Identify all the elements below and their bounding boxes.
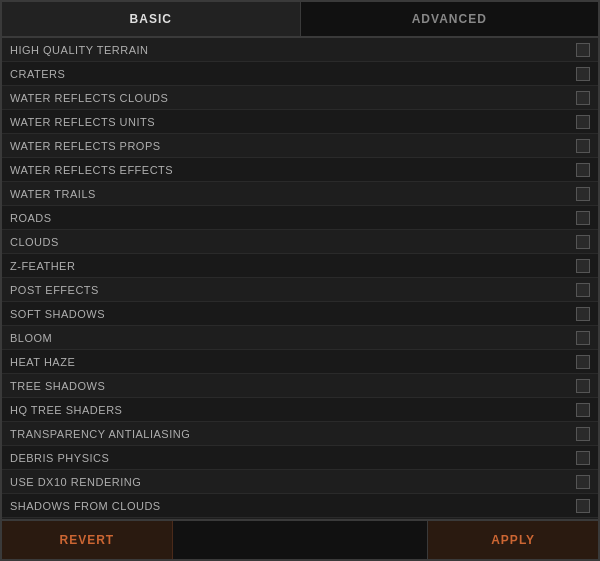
setting-row-tree-shadows: TREE SHADOWS — [2, 374, 598, 398]
setting-checkbox-water-reflects-units[interactable] — [576, 115, 590, 129]
tab-advanced[interactable]: ADVANCED — [301, 2, 599, 36]
setting-label-tree-shadows: TREE SHADOWS — [10, 380, 346, 392]
setting-checkbox-shadows-from-clouds[interactable] — [576, 499, 590, 513]
setting-checkbox-craters[interactable] — [576, 67, 590, 81]
setting-row-use-dx10-rendering: USE DX10 RENDERING — [2, 470, 598, 494]
setting-checkbox-soft-shadows[interactable] — [576, 307, 590, 321]
footer: REVERT APPLY — [2, 519, 598, 559]
setting-label-water-reflects-effects: WATER REFLECTS EFFECTS — [10, 164, 346, 176]
setting-label-soft-shadows: SOFT SHADOWS — [10, 308, 346, 320]
setting-row-heat-haze: HEAT HAZE — [2, 350, 598, 374]
setting-checkbox-water-trails[interactable] — [576, 187, 590, 201]
setting-label-water-reflects-units: WATER REFLECTS UNITS — [10, 116, 346, 128]
setting-row-debris-physics: DEBRIS PHYSICS — [2, 446, 598, 470]
setting-label-water-reflects-clouds: WATER REFLECTS CLOUDS — [10, 92, 346, 104]
setting-row-soft-shadows: SOFT SHADOWS — [2, 302, 598, 326]
tab-header: BASIC ADVANCED — [2, 2, 598, 38]
settings-list: HIGH QUALITY TERRAINCRATERSWATER REFLECT… — [2, 38, 598, 519]
setting-label-heat-haze: HEAT HAZE — [10, 356, 346, 368]
setting-row-shadows-from-clouds: SHADOWS FROM CLOUDS — [2, 494, 598, 518]
setting-checkbox-high-quality-terrain[interactable] — [576, 43, 590, 57]
tab-basic[interactable]: BASIC — [2, 2, 301, 36]
setting-row-post-effects: POST EFFECTS — [2, 278, 598, 302]
apply-button[interactable]: APPLY — [428, 521, 598, 559]
setting-checkbox-hq-tree-shaders[interactable] — [576, 403, 590, 417]
setting-label-transparency-antialiasing: TRANSPARENCY ANTIALIASING — [10, 428, 346, 440]
setting-label-bloom: BLOOM — [10, 332, 346, 344]
setting-checkbox-bloom[interactable] — [576, 331, 590, 345]
setting-label-z-feather: Z-FEATHER — [10, 260, 346, 272]
setting-checkbox-transparency-antialiasing[interactable] — [576, 427, 590, 441]
setting-label-craters: CRATERS — [10, 68, 346, 80]
setting-row-hq-tree-shaders: HQ TREE SHADERS — [2, 398, 598, 422]
setting-row-z-feather: Z-FEATHER — [2, 254, 598, 278]
setting-label-clouds: CLOUDS — [10, 236, 346, 248]
setting-row-water-reflects-clouds: WATER REFLECTS CLOUDS — [2, 86, 598, 110]
setting-row-transparency-antialiasing: TRANSPARENCY ANTIALIASING — [2, 422, 598, 446]
setting-row-water-reflects-props: WATER REFLECTS PROPS — [2, 134, 598, 158]
setting-checkbox-post-effects[interactable] — [576, 283, 590, 297]
setting-row-high-quality-terrain: HIGH QUALITY TERRAIN — [2, 38, 598, 62]
setting-checkbox-water-reflects-props[interactable] — [576, 139, 590, 153]
setting-label-water-reflects-props: WATER REFLECTS PROPS — [10, 140, 346, 152]
main-container: BASIC ADVANCED HIGH QUALITY TERRAINCRATE… — [0, 0, 600, 561]
setting-row-bloom: BLOOM — [2, 326, 598, 350]
setting-row-roads: ROADS — [2, 206, 598, 230]
setting-checkbox-z-feather[interactable] — [576, 259, 590, 273]
setting-checkbox-water-reflects-clouds[interactable] — [576, 91, 590, 105]
setting-label-post-effects: POST EFFECTS — [10, 284, 346, 296]
setting-row-water-trails: WATER TRAILS — [2, 182, 598, 206]
setting-checkbox-water-reflects-effects[interactable] — [576, 163, 590, 177]
content-area: HIGH QUALITY TERRAINCRATERSWATER REFLECT… — [2, 38, 598, 519]
setting-checkbox-clouds[interactable] — [576, 235, 590, 249]
setting-checkbox-heat-haze[interactable] — [576, 355, 590, 369]
footer-spacer — [173, 521, 429, 559]
setting-label-shadows-from-clouds: SHADOWS FROM CLOUDS — [10, 500, 346, 512]
setting-row-water-reflects-effects: WATER REFLECTS EFFECTS — [2, 158, 598, 182]
setting-label-debris-physics: DEBRIS PHYSICS — [10, 452, 346, 464]
setting-row-clouds: CLOUDS — [2, 230, 598, 254]
revert-button[interactable]: REVERT — [2, 521, 173, 559]
setting-checkbox-use-dx10-rendering[interactable] — [576, 475, 590, 489]
setting-row-craters: CRATERS — [2, 62, 598, 86]
setting-row-water-reflects-units: WATER REFLECTS UNITS — [2, 110, 598, 134]
setting-checkbox-debris-physics[interactable] — [576, 451, 590, 465]
setting-label-roads: ROADS — [10, 212, 346, 224]
setting-label-use-dx10-rendering: USE DX10 RENDERING — [10, 476, 346, 488]
setting-label-water-trails: WATER TRAILS — [10, 188, 346, 200]
setting-checkbox-tree-shadows[interactable] — [576, 379, 590, 393]
setting-label-hq-tree-shaders: HQ TREE SHADERS — [10, 404, 346, 416]
setting-label-high-quality-terrain: HIGH QUALITY TERRAIN — [10, 44, 346, 56]
setting-checkbox-roads[interactable] — [576, 211, 590, 225]
